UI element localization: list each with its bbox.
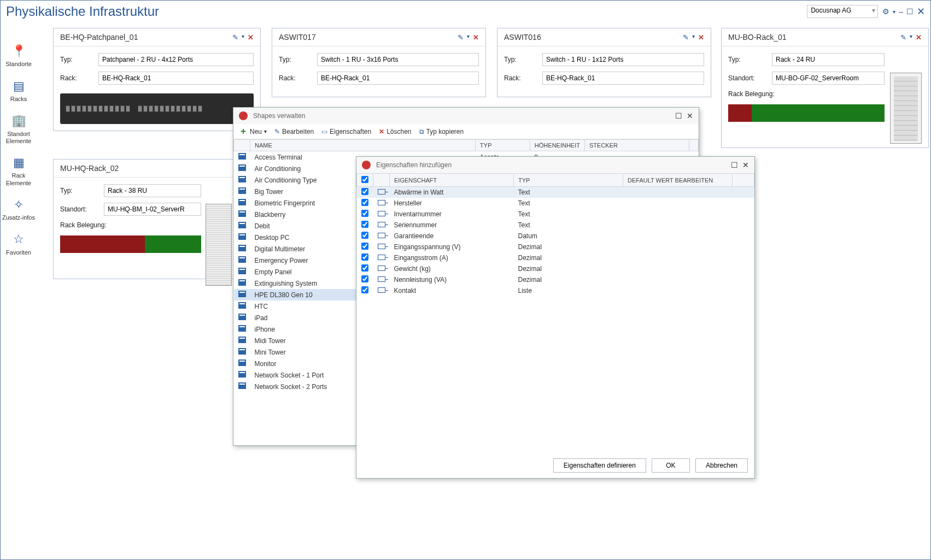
property-name: Abwärme in Watt (390, 187, 514, 198)
property-type: Text (514, 209, 623, 220)
maximize-icon[interactable]: ☐ (906, 7, 914, 16)
pin-icon: 📍 (11, 44, 26, 58)
ok-button[interactable]: OK (652, 458, 690, 473)
table-row[interactable]: Hersteller Text (357, 198, 754, 209)
card-aswit016: ASWIT016 ✎▾✕ Typ: Rack: (497, 28, 711, 97)
close-icon[interactable]: ✕ (917, 5, 925, 17)
properties-table: EIGENSCHAFT TYP DEFAULT WERT BEARBEITEN … (356, 173, 754, 296)
shape-icon (238, 233, 246, 240)
link-icon (378, 255, 385, 260)
table-row[interactable]: Inventarnummer Text (357, 209, 754, 220)
typ-field[interactable] (104, 184, 201, 197)
row-checkbox[interactable] (361, 199, 368, 206)
edit-icon[interactable]: ✎ (458, 33, 464, 42)
typ-field[interactable] (98, 53, 254, 66)
rack-usage-bar (728, 104, 885, 122)
card-aswit017: ASWIT017 ✎▾✕ Typ: Rack: (272, 28, 486, 97)
edit-icon[interactable]: ✎ (232, 33, 238, 42)
sidebar-item-favoriten[interactable]: ☆Favoriten (1, 227, 37, 262)
close-icon[interactable]: ✕ (698, 33, 704, 42)
org-select[interactable]: Docusnap AG ▾ (807, 5, 878, 18)
dialog-titlebar[interactable]: Shapes verwalten ☐ ✕ (233, 108, 699, 124)
close-icon[interactable]: ✕ (248, 33, 254, 42)
shape-icon (238, 245, 246, 251)
check-all[interactable] (361, 176, 368, 183)
star-icon: ☆ (13, 232, 24, 246)
sidebar-item-standort-elemente[interactable]: 🏢Standort Elemente (1, 108, 37, 150)
sidebar-item-rack-elemente[interactable]: ▦Rack Elemente (1, 150, 37, 192)
row-checkbox[interactable] (361, 221, 368, 228)
shape-icon (238, 291, 246, 297)
sidebar-item-racks[interactable]: ▤Racks (1, 74, 37, 109)
dropdown-icon[interactable]: ▾ (692, 33, 695, 42)
property-type: Liste (514, 285, 623, 296)
dropdown-icon[interactable]: ▾ (910, 33, 912, 42)
standort-field[interactable] (772, 72, 885, 85)
minimize-icon[interactable]: – (899, 7, 903, 16)
shape-icon (238, 153, 246, 160)
kopieren-button[interactable]: ⧉Typ kopieren (419, 128, 464, 135)
abbrechen-button[interactable]: Abbrechen (695, 458, 748, 473)
close-icon[interactable]: ✕ (916, 33, 922, 42)
row-checkbox[interactable] (361, 188, 368, 195)
row-checkbox[interactable] (361, 275, 368, 282)
close-icon[interactable]: ✕ (742, 161, 749, 169)
shape-icon (238, 302, 246, 309)
row-checkbox[interactable] (361, 254, 368, 261)
close-icon[interactable]: ✕ (473, 33, 479, 42)
row-checkbox[interactable] (361, 286, 368, 293)
table-row[interactable]: Eingangsstrom (A) Dezimal (357, 252, 754, 263)
close-icon[interactable]: ✕ (687, 111, 693, 120)
eigenschaften-button[interactable]: ▭Eigenschaften (321, 128, 371, 135)
shape-icon (238, 268, 246, 274)
table-row[interactable]: Nennleistung (VA) Dezimal (357, 274, 754, 285)
sidebar-item-standorte[interactable]: 📍Standorte (1, 39, 37, 74)
property-type: Text (514, 198, 623, 209)
shape-icon (238, 325, 246, 332)
row-checkbox[interactable] (361, 232, 368, 239)
card-mu-bo-rack: MU-BO-Rack_01 ✎▾✕ Typ: Standort: Rack Be… (721, 28, 929, 148)
edit-icon[interactable]: ✎ (683, 33, 689, 42)
table-row[interactable]: Kontakt Liste (357, 285, 754, 296)
patchpanel-graphic (60, 93, 254, 124)
property-name: Nennleistung (VA) (390, 274, 514, 285)
link-icon (378, 266, 385, 271)
dropdown-icon[interactable]: ▾ (242, 33, 244, 42)
eigenschaften-definieren-button[interactable]: Eigenschaften definieren (553, 458, 646, 473)
table-row[interactable]: Garantieende Datum (357, 231, 754, 241)
table-row[interactable]: Seriennummer Text (357, 220, 754, 231)
loeschen-button[interactable]: ✕Löschen (379, 128, 411, 135)
gear-dropdown-icon[interactable]: ▾ (893, 9, 895, 15)
table-row[interactable]: Abwärme in Watt Text (357, 187, 754, 198)
rack-field[interactable] (317, 72, 479, 85)
edit-icon[interactable]: ✎ (900, 33, 906, 42)
typ-field[interactable] (317, 53, 479, 66)
table-row[interactable]: Gewicht (kg) Dezimal (357, 263, 754, 274)
shape-icon (238, 222, 246, 228)
maximize-icon[interactable]: ☐ (731, 161, 738, 169)
dropdown-icon[interactable]: ▾ (467, 33, 470, 42)
typ-field[interactable] (542, 53, 704, 66)
shape-icon (238, 359, 246, 366)
shape-icon (238, 164, 246, 171)
standort-field[interactable] (104, 203, 201, 216)
card-title: BE-HQ-Patchpanel_01 (60, 33, 232, 42)
sidebar-item-zusatzinfos[interactable]: ✧Zusatz-infos (1, 192, 37, 227)
shape-icon (238, 348, 246, 355)
row-checkbox[interactable] (361, 210, 368, 217)
typ-field[interactable] (772, 53, 885, 66)
bearbeiten-button[interactable]: ✎Bearbeiten (274, 128, 314, 135)
row-checkbox[interactable] (361, 243, 368, 250)
rack-field[interactable] (542, 72, 704, 85)
row-checkbox[interactable] (361, 264, 368, 272)
property-type: Text (514, 220, 623, 231)
shape-icon (238, 199, 246, 205)
table-row[interactable]: Eingangsspannung (V) Dezimal (357, 241, 754, 252)
dialog-titlebar[interactable]: Eigenschaften hinzufügen ☐ ✕ (356, 157, 754, 173)
rack-field[interactable] (98, 72, 254, 85)
shape-icon (238, 176, 246, 182)
shape-icon (238, 314, 246, 320)
maximize-icon[interactable]: ☐ (675, 111, 682, 120)
neu-button[interactable]: ＋Neu ▾ (239, 126, 267, 137)
gear-icon[interactable]: ⚙ (882, 7, 889, 16)
